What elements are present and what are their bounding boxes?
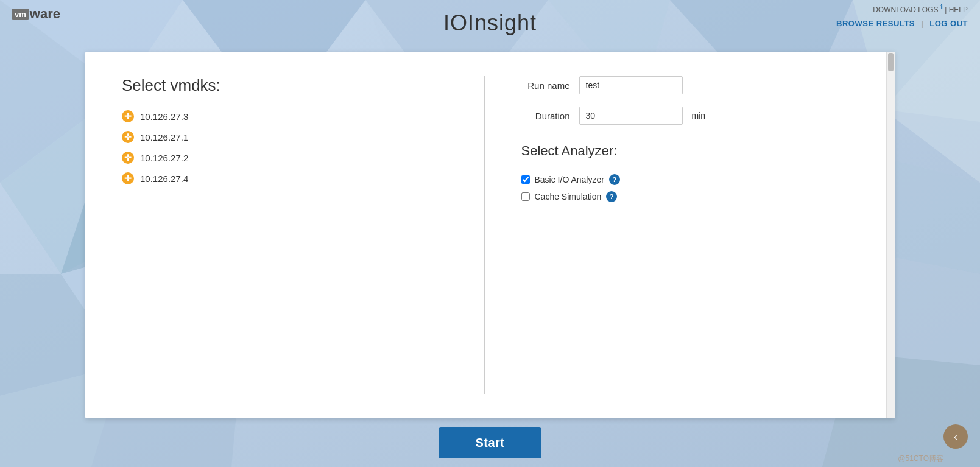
watermark: @51CTO博客 bbox=[898, 454, 943, 464]
header-right: DOWNLOAD LOGS ℹ | HELP BROWSE RESULTS | … bbox=[836, 3, 968, 28]
vmdk-item-3[interactable]: ✛ 10.126.27.2 bbox=[122, 152, 459, 164]
vmdk-icon-4: ✛ bbox=[122, 172, 134, 184]
select-analyzer-title: Select Analyzer: bbox=[521, 143, 859, 159]
right-panel: Run name Duration min Select Analyzer: B… bbox=[485, 76, 859, 394]
vmware-logo: vmware bbox=[12, 6, 60, 22]
vmware-logo-box: vm bbox=[12, 9, 29, 20]
header: vmware IOInsight DOWNLOAD LOGS ℹ | HELP … bbox=[0, 0, 980, 46]
vmdk-item-2[interactable]: ✛ 10.126.27.1 bbox=[122, 131, 459, 143]
content-inner: Select vmdks: ✛ 10.126.27.3 ✛ 10.126.27.… bbox=[85, 52, 895, 418]
cache-simulation-help-icon[interactable]: ? bbox=[606, 191, 617, 202]
run-name-input[interactable] bbox=[579, 76, 683, 94]
start-button[interactable]: Start bbox=[439, 427, 541, 458]
select-vmdks-title: Select vmdks: bbox=[122, 76, 459, 95]
vmdk-icon-2: ✛ bbox=[122, 131, 134, 143]
vmdk-icon-1: ✛ bbox=[122, 110, 134, 122]
duration-input[interactable] bbox=[579, 107, 683, 125]
scrollbar[interactable] bbox=[886, 52, 895, 418]
help-link[interactable]: HELP bbox=[949, 5, 968, 14]
browse-results-link[interactable]: BROWSE RESULTS bbox=[836, 19, 915, 28]
vmdk-label-3: 10.126.27.2 bbox=[140, 153, 188, 163]
app-title: IOInsight bbox=[443, 10, 537, 36]
duration-row: Duration min bbox=[521, 107, 859, 125]
info-icon: ℹ bbox=[940, 3, 943, 10]
download-logs-link[interactable]: DOWNLOAD LOGS bbox=[873, 5, 938, 14]
cache-simulation-label: Cache Simulation bbox=[535, 192, 602, 202]
basic-io-help-icon[interactable]: ? bbox=[609, 174, 620, 185]
left-panel: Select vmdks: ✛ 10.126.27.3 ✛ 10.126.27.… bbox=[122, 76, 485, 394]
nav-separator: | bbox=[921, 19, 923, 28]
header-nav-links: BROWSE RESULTS | LOG OUT bbox=[836, 19, 968, 28]
analyzer-option-cache[interactable]: Cache Simulation ? bbox=[521, 191, 859, 202]
vmdk-label-1: 10.126.27.3 bbox=[140, 111, 188, 122]
duration-label: Duration bbox=[521, 111, 570, 121]
log-out-link[interactable]: LOG OUT bbox=[929, 19, 968, 28]
back-arrow-button[interactable]: ‹ bbox=[943, 424, 968, 449]
duration-unit: min bbox=[692, 111, 706, 121]
basic-io-label: Basic I/O Analyzer bbox=[535, 175, 604, 184]
vmdk-list: ✛ 10.126.27.3 ✛ 10.126.27.1 ✛ 10.126.27.… bbox=[122, 110, 459, 184]
bottom-bar: Start bbox=[0, 418, 980, 467]
basic-io-checkbox[interactable] bbox=[521, 175, 530, 184]
vmdk-label-4: 10.126.27.4 bbox=[140, 174, 188, 184]
run-name-label: Run name bbox=[521, 80, 570, 91]
main-panel: Select vmdks: ✛ 10.126.27.3 ✛ 10.126.27.… bbox=[85, 52, 895, 418]
scrollbar-thumb[interactable] bbox=[888, 53, 894, 71]
vmdk-item-1[interactable]: ✛ 10.126.27.3 bbox=[122, 110, 459, 122]
analyzer-option-basic[interactable]: Basic I/O Analyzer ? bbox=[521, 174, 859, 185]
cache-simulation-checkbox[interactable] bbox=[521, 192, 530, 201]
vmware-logo-text: ware bbox=[30, 6, 60, 22]
run-name-row: Run name bbox=[521, 76, 859, 94]
vmdk-label-2: 10.126.27.1 bbox=[140, 132, 188, 142]
header-top-links: DOWNLOAD LOGS ℹ | HELP bbox=[836, 3, 968, 14]
analyzer-options: Basic I/O Analyzer ? Cache Simulation ? bbox=[521, 174, 859, 202]
vmdk-item-4[interactable]: ✛ 10.126.27.4 bbox=[122, 172, 459, 184]
vmdk-icon-3: ✛ bbox=[122, 152, 134, 164]
